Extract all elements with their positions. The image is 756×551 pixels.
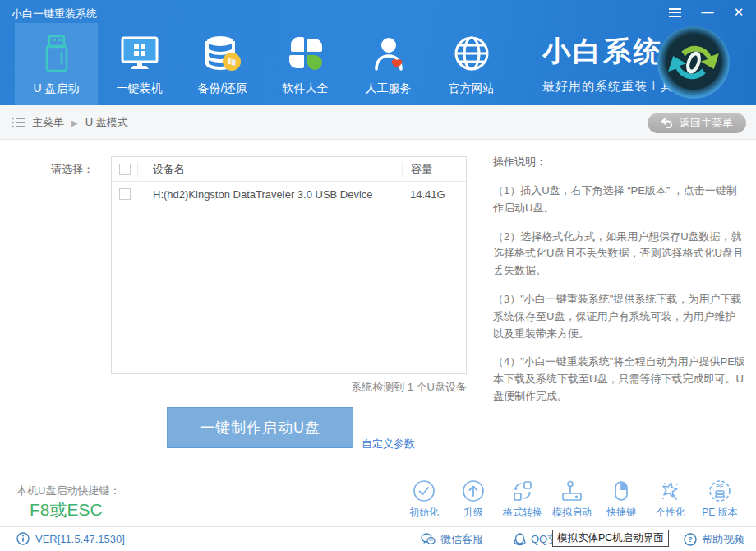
instruction-step-4: （4）"小白一键重装系统"将全程自动为用户提供PE版本下载及系统下载至U盘，只需… [493, 354, 746, 405]
nav-label: 一键装机 [117, 81, 163, 96]
device-capacity: 14.41G [402, 188, 466, 201]
breadcrumb-current: U 盘模式 [85, 115, 128, 130]
database-backup-icon [201, 32, 244, 75]
menu-icon[interactable] [669, 6, 684, 19]
wechat-label: 微信客服 [440, 532, 483, 547]
monitor-icon [118, 32, 161, 75]
nav-item-backup-restore[interactable]: 备份/还原 [181, 23, 264, 105]
app-window: 小白一键重装系统 — ✕ U 盘启动 [0, 0, 756, 551]
instruction-step-3: （3）"小白一键重装系统"提供系统下载，为用户下载系统保存至U盘，保证用户有系统… [493, 291, 746, 342]
back-button-label: 返回主菜单 [680, 116, 733, 131]
nav-label: 软件大全 [283, 81, 329, 96]
instructions-title: 操作说明： [493, 155, 746, 169]
tool-label: PE 版本 [702, 506, 737, 520]
title-bar: 小白一键重装系统 — ✕ [0, 0, 756, 25]
status-bar: VER[11.5.47.1530] 微信客服 QQ交 模拟实体PC机启动界面 [0, 526, 756, 551]
wechat-support-link[interactable]: 微信客服 [421, 532, 483, 547]
brand-block: 小白系统 最好用的系统重装工具 [542, 33, 674, 95]
breadcrumb: 主菜单 ▶ U 盘模式 [12, 105, 128, 140]
header: 小白一键重装系统 — ✕ U 盘启动 [0, 0, 756, 105]
nav-item-one-key-install[interactable]: 一键装机 [98, 23, 181, 105]
nav-label: 备份/还原 [198, 81, 247, 96]
clover-apps-icon [284, 32, 327, 75]
table-header-row: 设备名 容量 [112, 157, 466, 182]
qq-icon [514, 533, 526, 547]
close-icon[interactable]: ✕ [731, 5, 746, 20]
list-icon [12, 117, 25, 128]
brand-name: 小白系统 [542, 33, 674, 71]
tool-personalize[interactable]: 个性化 [646, 479, 695, 520]
tool-pe-version[interactable]: PE PE 版本 [695, 479, 744, 520]
globe-icon [450, 32, 493, 75]
main-content: 请选择： 设备名 容量 H:(hd2)Kingston DataTraveler… [0, 140, 756, 481]
help-video-link[interactable]: ? 帮助视频 [684, 532, 744, 547]
breadcrumb-separator-icon: ▶ [71, 118, 78, 127]
nav-label: 官方网站 [449, 81, 495, 96]
tool-hotkeys[interactable]: 快捷键 [597, 479, 646, 520]
hotkey-value: F8或ESC [30, 498, 103, 521]
instructions-panel: 操作说明： （1）插入U盘，右下角选择 “PE版本” ，点击一键制作启动U盘。 … [493, 155, 746, 417]
tool-label: 格式转换 [503, 506, 542, 520]
app-title: 小白一键重装系统 [12, 7, 97, 21]
brand-slogan: 最好用的系统重装工具 [542, 79, 674, 95]
back-arrow-icon [661, 118, 673, 128]
tool-upgrade[interactable]: 升级 [449, 479, 498, 520]
nav-item-website[interactable]: 官方网站 [430, 23, 513, 105]
instruction-step-1: （1）插入U盘，右下角选择 “PE版本” ，点击一键制作启动U盘。 [493, 183, 746, 217]
breadcrumb-bar: 主菜单 ▶ U 盘模式 返回主菜单 [0, 105, 756, 140]
tool-label: 个性化 [656, 506, 685, 520]
back-to-main-menu-button[interactable]: 返回主菜单 [648, 113, 746, 133]
tool-label: 模拟启动 [552, 506, 592, 520]
svg-text:PE: PE [716, 484, 724, 489]
breadcrumb-root[interactable]: 主菜单 [32, 115, 64, 130]
star-personalize-icon [659, 479, 682, 502]
detect-status-text: 系统检测到 1 个U盘设备 [111, 380, 467, 395]
pe-version-icon: PE [708, 479, 731, 502]
format-convert-icon [511, 479, 534, 502]
tool-format-convert[interactable]: 格式转换 [498, 479, 547, 520]
person-heart-icon [367, 32, 410, 75]
nav-label: 人工服务 [366, 81, 412, 96]
tool-initialize[interactable]: 初始化 [399, 479, 449, 520]
device-table: 设备名 容量 H:(hd2)Kingston DataTraveler 3.0 … [111, 156, 467, 374]
instruction-step-2: （2）选择格式化方式，如果用户想保存U盘数据，就选择格式化U盘且不丢失数据，否则… [493, 229, 746, 280]
make-boot-usb-button[interactable]: 一键制作启动U盘 [167, 407, 353, 448]
select-label: 请选择： [51, 162, 94, 177]
hotkey-label: 本机U盘启动快捷键： [16, 484, 120, 498]
help-label: 帮助视频 [702, 532, 744, 547]
row-checkbox-cell [112, 187, 138, 201]
capacity-header: 容量 [402, 162, 466, 177]
question-icon: ? [684, 533, 697, 546]
nav-item-software[interactable]: 软件大全 [264, 23, 347, 105]
nav-item-support[interactable]: 人工服务 [347, 23, 430, 105]
simulate-boot-tooltip: 模拟实体PC机启动界面 [552, 530, 669, 547]
version-info: VER[11.5.47.1530] [16, 532, 125, 545]
table-row[interactable]: H:(hd2)Kingston DataTraveler 3.0 USB Dev… [112, 182, 466, 206]
tool-label: 初始化 [409, 506, 439, 520]
device-name-header: 设备名 [138, 162, 402, 177]
check-circle-icon [413, 479, 436, 502]
select-all-cell [112, 162, 138, 177]
brand-logo-icon [657, 26, 730, 99]
info-icon [16, 532, 30, 545]
joystick-icon [560, 479, 583, 502]
tool-simulate-boot[interactable]: 模拟启动 [547, 479, 597, 520]
usb-drive-icon [35, 32, 78, 75]
version-text: VER[11.5.47.1530] [35, 533, 125, 545]
custom-params-link[interactable]: 自定义参数 [362, 437, 415, 451]
nav-label: U 盘启动 [34, 81, 80, 96]
device-name: H:(hd2)Kingston DataTraveler 3.0 USB Dev… [138, 188, 402, 201]
window-controls: — ✕ [669, 5, 746, 20]
tool-label: 快捷键 [606, 506, 636, 520]
minimize-icon[interactable]: — [700, 5, 715, 20]
main-nav: U 盘启动 一键装机 [15, 23, 513, 105]
select-all-checkbox[interactable] [119, 164, 131, 175]
device-checkbox[interactable] [119, 188, 131, 200]
nav-item-usb-boot[interactable]: U 盘启动 [15, 23, 98, 105]
wechat-icon [421, 533, 436, 546]
svg-text:?: ? [688, 535, 693, 544]
tool-label: 升级 [463, 506, 483, 520]
mouse-icon [610, 479, 633, 502]
tools-row: 初始化 升级 格式转换 [399, 479, 744, 520]
upgrade-arrow-icon [462, 479, 485, 502]
